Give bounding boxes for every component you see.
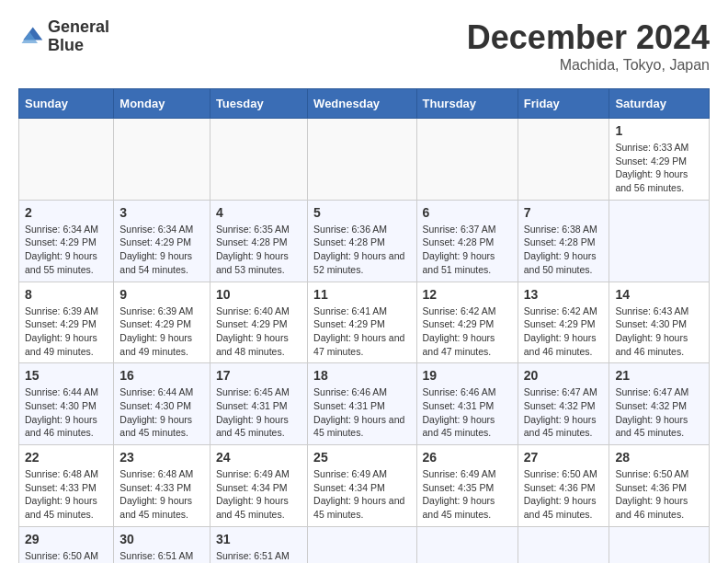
calendar-cell <box>416 526 518 563</box>
cell-info: Sunrise: 6:50 AM Sunset: 4:37 PM Dayligh… <box>25 549 108 563</box>
calendar-cell: 29 Sunrise: 6:50 AM Sunset: 4:37 PM Dayl… <box>19 526 114 563</box>
day-number: 29 <box>25 532 108 546</box>
day-number: 17 <box>216 368 301 383</box>
cell-info: Sunrise: 6:47 AM Sunset: 4:32 PM Dayligh… <box>615 385 703 440</box>
sunset-label: Sunset: 4:31 PM <box>423 400 495 411</box>
sunset-label: Sunset: 4:29 PM <box>216 318 288 329</box>
sunset-label: Sunset: 4:33 PM <box>119 482 191 493</box>
logo-text: General Blue <box>48 18 109 55</box>
daylight-label: Daylight: 9 hours and 46 minutes. <box>25 414 97 439</box>
calendar-cell: 15 Sunrise: 6:44 AM Sunset: 4:30 PM Dayl… <box>19 363 114 445</box>
sunset-label: Sunset: 4:29 PM <box>313 318 385 329</box>
title-area: December 2024 Machida, Tokyo, Japan <box>467 18 710 74</box>
sunset-label: Sunset: 4:29 PM <box>25 318 97 329</box>
sunrise-label: Sunrise: 6:41 AM <box>313 305 387 316</box>
calendar-cell: 19 Sunrise: 6:46 AM Sunset: 4:31 PM Dayl… <box>416 363 518 445</box>
daylight-label: Daylight: 9 hours and 45 minutes. <box>524 414 597 439</box>
calendar-cell: 6 Sunrise: 6:37 AM Sunset: 4:28 PM Dayli… <box>416 200 518 282</box>
cell-info: Sunrise: 6:46 AM Sunset: 4:31 PM Dayligh… <box>423 385 512 440</box>
calendar-cell: 26 Sunrise: 6:49 AM Sunset: 4:35 PM Dayl… <box>416 445 518 527</box>
daylight-label: Daylight: 9 hours and 50 minutes. <box>524 250 597 275</box>
header: General Blue December 2024 Machida, Toky… <box>18 18 710 74</box>
cell-info: Sunrise: 6:51 AM Sunset: 4:38 PM Dayligh… <box>119 549 204 563</box>
daylight-label: Daylight: 9 hours and 45 minutes. <box>119 495 192 520</box>
cell-info: Sunrise: 6:35 AM Sunset: 4:28 PM Dayligh… <box>216 223 301 277</box>
calendar-week-row: 8 Sunrise: 6:39 AM Sunset: 4:29 PM Dayli… <box>19 282 710 363</box>
calendar-header-row: SundayMondayTuesdayWednesdayThursdayFrid… <box>19 89 710 119</box>
cell-info: Sunrise: 6:39 AM Sunset: 4:29 PM Dayligh… <box>25 304 108 359</box>
calendar-cell: 21 Sunrise: 6:47 AM Sunset: 4:32 PM Dayl… <box>609 363 710 445</box>
calendar-cell <box>308 119 416 201</box>
day-number: 2 <box>25 205 108 220</box>
day-number: 21 <box>615 368 703 383</box>
day-number: 26 <box>423 450 512 465</box>
daylight-label: Daylight: 9 hours and 46 minutes. <box>615 495 688 520</box>
sunrise-label: Sunrise: 6:47 AM <box>615 386 688 397</box>
calendar-week-row: 22 Sunrise: 6:48 AM Sunset: 4:33 PM Dayl… <box>19 445 710 527</box>
month-title: December 2024 <box>467 18 710 57</box>
sunrise-label: Sunrise: 6:33 AM <box>615 142 688 153</box>
cell-info: Sunrise: 6:48 AM Sunset: 4:33 PM Dayligh… <box>25 467 108 522</box>
sunset-label: Sunset: 4:31 PM <box>313 400 385 411</box>
day-of-week-header: Saturday <box>609 89 710 119</box>
calendar-cell <box>210 119 307 201</box>
calendar-cell: 20 Sunrise: 6:47 AM Sunset: 4:32 PM Dayl… <box>518 363 609 445</box>
sunset-label: Sunset: 4:29 PM <box>119 236 191 247</box>
sunset-label: Sunset: 4:28 PM <box>524 236 596 247</box>
cell-info: Sunrise: 6:43 AM Sunset: 4:30 PM Dayligh… <box>615 304 703 359</box>
sunrise-label: Sunrise: 6:51 AM <box>216 550 290 561</box>
logo-line2: Blue <box>48 37 109 55</box>
daylight-label: Daylight: 9 hours and 47 minutes. <box>313 332 404 357</box>
daylight-label: Daylight: 9 hours and 45 minutes. <box>313 414 404 439</box>
day-number: 5 <box>313 205 410 220</box>
calendar-cell: 5 Sunrise: 6:36 AM Sunset: 4:28 PM Dayli… <box>308 200 416 282</box>
cell-info: Sunrise: 6:50 AM Sunset: 4:36 PM Dayligh… <box>615 467 703 522</box>
cell-info: Sunrise: 6:37 AM Sunset: 4:28 PM Dayligh… <box>423 223 512 277</box>
logo-line1: General <box>48 18 109 37</box>
sunset-label: Sunset: 4:35 PM <box>423 482 495 493</box>
sunset-label: Sunset: 4:36 PM <box>524 482 596 493</box>
calendar-cell: 16 Sunrise: 6:44 AM Sunset: 4:30 PM Dayl… <box>114 363 210 445</box>
calendar-cell: 3 Sunrise: 6:34 AM Sunset: 4:29 PM Dayli… <box>114 200 210 282</box>
day-number: 8 <box>25 287 108 302</box>
daylight-label: Daylight: 9 hours and 53 minutes. <box>216 250 289 275</box>
cell-info: Sunrise: 6:41 AM Sunset: 4:29 PM Dayligh… <box>313 304 410 359</box>
cell-info: Sunrise: 6:49 AM Sunset: 4:34 PM Dayligh… <box>313 467 410 522</box>
sunrise-label: Sunrise: 6:40 AM <box>216 305 290 316</box>
daylight-label: Daylight: 9 hours and 45 minutes. <box>313 495 404 520</box>
daylight-label: Daylight: 9 hours and 51 minutes. <box>423 250 495 275</box>
sunrise-label: Sunrise: 6:42 AM <box>423 305 496 316</box>
sunset-label: Sunset: 4:29 PM <box>25 236 97 247</box>
sunset-label: Sunset: 4:36 PM <box>615 482 687 493</box>
day-number: 31 <box>216 532 301 546</box>
sunset-label: Sunset: 4:30 PM <box>119 400 191 411</box>
sunset-label: Sunset: 4:28 PM <box>423 236 495 247</box>
daylight-label: Daylight: 9 hours and 55 minutes. <box>25 250 97 275</box>
sunrise-label: Sunrise: 6:39 AM <box>25 305 98 316</box>
day-of-week-header: Friday <box>518 89 609 119</box>
calendar-cell: 4 Sunrise: 6:35 AM Sunset: 4:28 PM Dayli… <box>210 200 307 282</box>
sunrise-label: Sunrise: 6:37 AM <box>423 224 496 235</box>
sunrise-label: Sunrise: 6:47 AM <box>524 386 597 397</box>
calendar-week-row: 15 Sunrise: 6:44 AM Sunset: 4:30 PM Dayl… <box>19 363 710 445</box>
sunrise-label: Sunrise: 6:42 AM <box>524 305 597 316</box>
sunrise-label: Sunrise: 6:39 AM <box>119 305 193 316</box>
calendar-cell <box>609 526 710 563</box>
day-of-week-header: Thursday <box>416 89 518 119</box>
sunrise-label: Sunrise: 6:50 AM <box>25 550 98 561</box>
sunrise-label: Sunrise: 6:51 AM <box>119 550 193 561</box>
cell-info: Sunrise: 6:42 AM Sunset: 4:29 PM Dayligh… <box>423 304 512 359</box>
calendar-cell: 8 Sunrise: 6:39 AM Sunset: 4:29 PM Dayli… <box>19 282 114 363</box>
sunrise-label: Sunrise: 6:49 AM <box>216 468 290 479</box>
location-title: Machida, Tokyo, Japan <box>467 57 710 74</box>
calendar-cell: 18 Sunrise: 6:46 AM Sunset: 4:31 PM Dayl… <box>308 363 416 445</box>
day-number: 25 <box>313 450 410 465</box>
sunset-label: Sunset: 4:29 PM <box>119 318 191 329</box>
day-number: 10 <box>216 287 301 302</box>
calendar-week-row: 29 Sunrise: 6:50 AM Sunset: 4:37 PM Dayl… <box>19 526 710 563</box>
daylight-label: Daylight: 9 hours and 45 minutes. <box>524 495 597 520</box>
calendar-cell: 28 Sunrise: 6:50 AM Sunset: 4:36 PM Dayl… <box>609 445 710 527</box>
cell-info: Sunrise: 6:46 AM Sunset: 4:31 PM Dayligh… <box>313 385 410 440</box>
calendar-cell: 14 Sunrise: 6:43 AM Sunset: 4:30 PM Dayl… <box>609 282 710 363</box>
calendar-cell <box>518 119 609 201</box>
